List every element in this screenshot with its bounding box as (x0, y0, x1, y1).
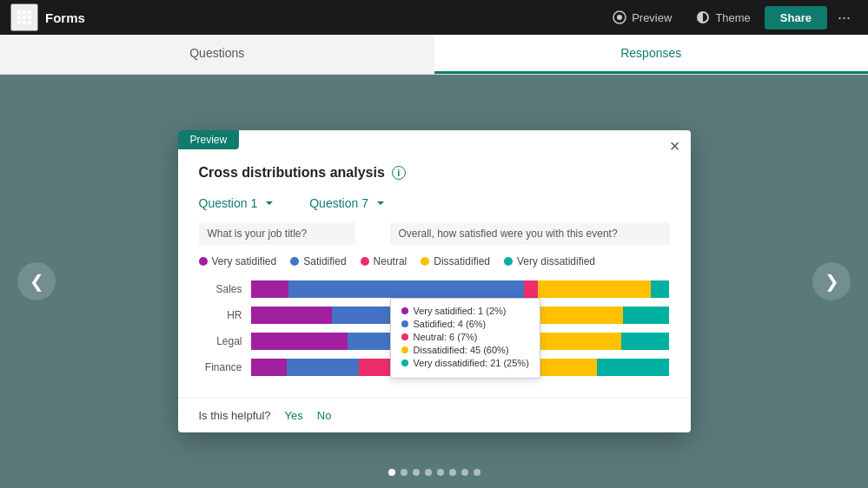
dropdowns: Question 1 Question 7 (199, 196, 670, 210)
more-options-button[interactable]: ··· (831, 3, 858, 32)
pagination-dot[interactable] (474, 469, 480, 476)
question7-dropdown[interactable]: Question 7 (309, 196, 386, 210)
app-title: Forms (45, 10, 85, 25)
helpful-yes-button[interactable]: Yes (285, 409, 303, 422)
bar-segment (287, 359, 359, 376)
legend-item: Neutral (361, 255, 407, 267)
bar-segment (251, 359, 288, 376)
bar-segment (251, 333, 348, 350)
svg-rect-5 (28, 16, 31, 19)
pagination-dot[interactable] (437, 469, 444, 476)
chart-tooltip: Very satidified: 1 (2%)Satidified: 4 (6%… (390, 298, 540, 379)
pagination-dot[interactable] (461, 469, 468, 476)
tab-responses[interactable]: Responses (434, 35, 869, 74)
topbar: Forms Preview Theme Share ··· (0, 0, 868, 35)
bar-segment (597, 359, 669, 376)
pagination-dot[interactable] (425, 469, 432, 476)
chart-bar (251, 280, 670, 298)
bar-segment (251, 280, 288, 298)
legend-item: Very satidified (199, 255, 277, 267)
app-grid-button[interactable] (10, 3, 38, 31)
bar-segment (651, 280, 670, 298)
svg-rect-2 (28, 10, 31, 14)
preview-button[interactable]: Preview (602, 5, 682, 30)
q7-subtitle: Overall, how satisfied were you with thi… (390, 222, 670, 245)
bar-segment (288, 280, 524, 298)
chart-row-label: HR (199, 309, 251, 321)
svg-rect-3 (17, 16, 21, 19)
bar-segment (538, 280, 651, 298)
modal-body: Cross distributions analysis i Question … (178, 130, 691, 398)
legend-item: Dissatidified (421, 255, 490, 267)
bar-segment (621, 333, 670, 350)
svg-rect-4 (23, 16, 26, 19)
chart-row-label: Finance (199, 361, 251, 373)
next-arrow-button[interactable]: ❯ (812, 262, 851, 300)
chart-row-label: Legal (199, 335, 251, 347)
chart-legend: Very satidifiedSatidifiedNeutralDissatid… (199, 255, 670, 267)
question-subtitles: What is your job title? Overall, how sat… (199, 222, 670, 245)
legend-item: Very dissatidified (504, 255, 595, 267)
topbar-nav: Preview Theme Share ··· (602, 3, 858, 32)
svg-rect-8 (28, 21, 31, 24)
helpful-no-button[interactable]: No (317, 409, 332, 422)
modal-footer: Is this helpful? Yes No (178, 398, 691, 432)
bar-segment (251, 307, 333, 324)
pagination-dot[interactable] (413, 469, 420, 476)
chart-row-label: Sales (199, 283, 251, 295)
pagination-dots (388, 469, 480, 476)
main-content: ❮ Preview × Cross distributions analysis… (0, 75, 868, 488)
tabs-area: Questions Responses (0, 35, 868, 75)
modal: Preview × Cross distributions analysis i… (178, 130, 691, 432)
legend-item: Satidified (290, 255, 346, 267)
chart-row: Sales (199, 280, 670, 299)
pagination-dot[interactable] (401, 469, 407, 476)
modal-title: Cross distributions analysis i (199, 165, 670, 181)
bar-segment (623, 307, 670, 324)
chart-row: HRVery satidified: 1 (2%)Satidified: 4 (… (199, 306, 670, 325)
svg-point-10 (617, 15, 622, 20)
bar-segment (524, 280, 538, 298)
tab-questions[interactable]: Questions (0, 35, 434, 74)
q1-subtitle: What is your job title? (199, 222, 355, 245)
share-button[interactable]: Share (765, 6, 827, 30)
info-icon[interactable]: i (392, 166, 406, 180)
chart-area: SalesHRVery satidified: 1 (2%)Satidified… (199, 280, 670, 377)
svg-rect-1 (23, 10, 26, 14)
svg-rect-6 (17, 21, 21, 24)
modal-preview-tab: Preview (178, 130, 240, 149)
theme-button[interactable]: Theme (686, 5, 760, 30)
chart-bar: Very satidified: 1 (2%)Satidified: 4 (6%… (251, 307, 670, 324)
pagination-dot[interactable] (449, 469, 456, 476)
prev-arrow-button[interactable]: ❮ (17, 262, 56, 300)
question1-dropdown[interactable]: Question 1 (199, 196, 275, 210)
pagination-dot[interactable] (388, 469, 395, 476)
modal-close-button[interactable]: × (670, 137, 680, 155)
svg-rect-7 (23, 21, 26, 24)
svg-rect-0 (17, 10, 21, 14)
